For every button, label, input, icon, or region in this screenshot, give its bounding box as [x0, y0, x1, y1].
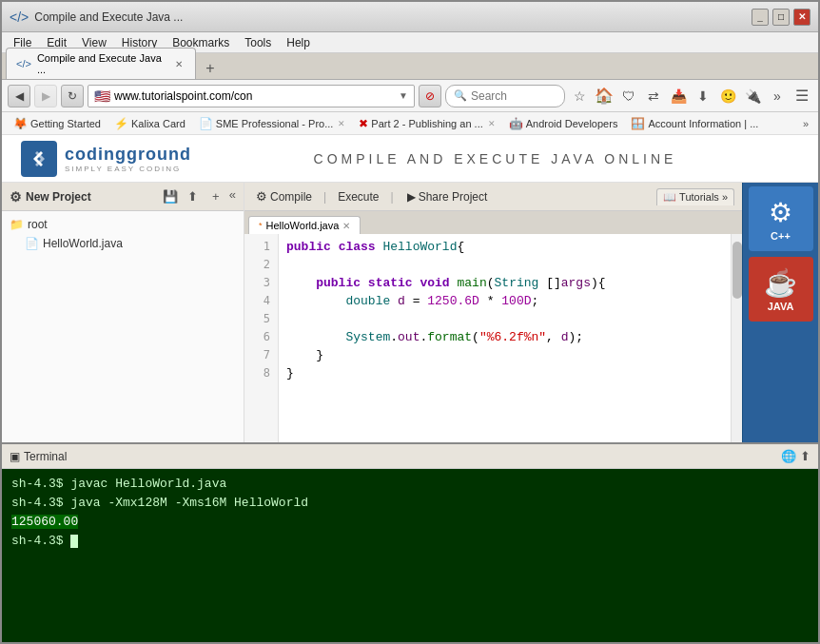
code-line-8: } [286, 364, 723, 382]
bookmarks-bar: 🦊 Getting Started ⚡ Kalixa Card 📄 SME Pr… [2, 112, 818, 135]
url-input[interactable] [114, 89, 399, 103]
terminal-expand-icon[interactable]: ⬆ [800, 449, 810, 463]
kalixa-icon: ⚡ [114, 117, 128, 130]
tutorials-book-icon: 📖 [663, 191, 676, 204]
smiley-icon[interactable]: 🙂 [717, 86, 738, 107]
sync-icon[interactable]: ⇄ [643, 86, 664, 107]
bookmark-kalixa[interactable]: ⚡ Kalixa Card [108, 115, 191, 132]
bookmarks-more-icon[interactable]: » [799, 116, 812, 131]
tree-item-file[interactable]: 📄 HelloWorld.java [21, 234, 240, 253]
line-num-4: 4 [252, 292, 270, 310]
bookmark-close-icon2[interactable]: ✕ [488, 119, 496, 128]
menu-help[interactable]: Help [279, 34, 318, 51]
search-input[interactable] [471, 89, 556, 103]
close-button[interactable]: ✕ [793, 9, 810, 26]
editor-tab-label: HelloWorld.java [266, 220, 340, 231]
bookmark-part2[interactable]: ✖ Part 2 - Publishing an ... ✕ [353, 115, 500, 132]
terminal-content[interactable]: sh-4.3$ javac HelloWorld.java sh-4.3$ ja… [2, 469, 818, 642]
terminal-output: 125060.00 [11, 515, 78, 529]
file-tree-content: 📁 root 📄 HelloWorld.java [2, 211, 244, 442]
maximize-button[interactable]: □ [772, 9, 790, 26]
file-tree-panel: ⚙ New Project 💾 ⬆ + « 📁 root [2, 183, 244, 442]
home-icon[interactable]: 🏠 [594, 86, 615, 107]
tab-bar: </> Compile and Execute Java ... ✕ + [2, 53, 818, 80]
collapse-icon[interactable]: « [229, 187, 236, 206]
execute-button[interactable]: Execute [334, 188, 382, 205]
file-tree-toolbar: ⚙ New Project 💾 ⬆ + « [2, 183, 244, 211]
editor-tab-helloworld[interactable]: * HelloWorld.java ✕ [248, 216, 361, 234]
tutorials-panel: ⚙ C++ ☕ JAVA [742, 183, 818, 442]
download-icon[interactable]: ⬇ [693, 86, 713, 107]
title-bar-text: Compile and Execute Java ... [34, 10, 752, 24]
minimize-button[interactable]: _ [752, 9, 769, 26]
title-bar-controls: _ □ ✕ [752, 9, 810, 26]
bookmark-getting-started[interactable]: 🦊 Getting Started [8, 115, 107, 132]
new-project-button[interactable]: ⚙ New Project [10, 189, 91, 205]
upload-icon[interactable]: ⬆ [184, 187, 203, 206]
menu-tools[interactable]: Tools [237, 34, 279, 51]
bookmark-star-icon[interactable]: ☆ [569, 86, 590, 107]
code-editor: 1 2 3 4 5 6 7 8 public class HelloWorld{… [244, 234, 742, 442]
extension-icon[interactable]: 🔌 [742, 86, 763, 107]
bookmark-android[interactable]: 🤖 Android Developers [503, 115, 624, 132]
line-num-5: 5 [252, 310, 270, 328]
more-nav-icon[interactable]: » [767, 86, 788, 107]
code-line-4: double d = 1250.6D * 100D; [286, 292, 723, 310]
terminal-section: ▣ Terminal 🌐 ⬆ sh-4.3$ javac HelloWorld.… [2, 442, 818, 642]
share-project-button[interactable]: ▶ Share Project [401, 188, 494, 205]
stop-button[interactable]: ⊘ [419, 85, 441, 107]
bookmark-label: Part 2 - Publishing an ... [371, 118, 482, 129]
terminal-toolbar-right: 🌐 ⬆ [781, 449, 810, 463]
code-content[interactable]: public class HelloWorld{ public static v… [279, 234, 731, 442]
terminal-line-2: sh-4.3$ java -Xmx128M -Xms16M HelloWorld [11, 494, 809, 513]
refresh-button[interactable]: ↻ [61, 85, 84, 107]
forward-button[interactable]: ▶ [34, 85, 57, 107]
line-num-1: 1 [252, 238, 270, 256]
scrollbar-thumb[interactable] [732, 242, 742, 299]
search-icon: 🔍 [454, 89, 467, 102]
java-icon: ☕ [764, 267, 797, 299]
separator1: | [323, 190, 326, 204]
execute-label: Execute [338, 190, 379, 204]
tree-item-root[interactable]: 📁 root [6, 215, 240, 234]
code-line-6: System.out.format("%6.2f%n", d); [286, 328, 723, 346]
save-icon[interactable]: 💾 [161, 187, 180, 206]
compile-icon: ⚙ [256, 189, 267, 204]
bookmark-sme[interactable]: 📄 SME Professional - Pro... ✕ [193, 115, 352, 132]
bookmark-account[interactable]: 🪟 Account Information | ... [625, 115, 764, 132]
java-label: JAVA [768, 301, 794, 312]
cg-logo-text: codingground SIMPLY EASY CODING [65, 145, 191, 173]
compile-button[interactable]: ⚙ Compile [252, 187, 316, 205]
shield-icon[interactable]: 🛡 [618, 86, 639, 107]
tutorials-label: Tutorials [679, 191, 719, 203]
tutorial-java-card[interactable]: ☕ JAVA [749, 257, 813, 322]
separator2: | [391, 190, 394, 204]
new-tab-button[interactable]: + [200, 58, 221, 79]
add-file-icon[interactable]: + [206, 187, 225, 206]
editor-tab-close-icon[interactable]: ✕ [342, 221, 350, 231]
close-circle-icon: ✖ [359, 117, 368, 130]
cpp-icon: ⚙ [769, 197, 792, 228]
url-bar-container: 🇺🇸 ▼ [88, 85, 415, 107]
browser-tab-active[interactable]: </> Compile and Execute Java ... ✕ [6, 48, 196, 79]
cg-logo: codingground SIMPLY EASY CODING [21, 141, 191, 177]
cg-title: COMPILE AND EXECUTE JAVA ONLINE [191, 151, 799, 166]
terminal-toolbar: ▣ Terminal 🌐 ⬆ [2, 444, 818, 469]
back-button[interactable]: ◀ [8, 85, 30, 107]
page-icon: 📄 [199, 117, 213, 130]
url-dropdown-icon[interactable]: ▼ [399, 90, 408, 101]
hamburger-menu-icon[interactable]: ☰ [791, 87, 812, 105]
bookmark-label: Account Information | ... [648, 118, 758, 129]
compile-label: Compile [270, 190, 312, 204]
bookmark-close-icon[interactable]: ✕ [338, 119, 345, 128]
tutorials-button[interactable]: 📖 Tutorials » [656, 188, 734, 205]
editor-panel: ⚙ Compile | Execute | ▶ Share Project 📖 … [244, 183, 742, 442]
tab-close-icon[interactable]: ✕ [173, 57, 185, 70]
pocket-icon[interactable]: 📥 [668, 86, 689, 107]
terminal-globe-icon[interactable]: 🌐 [781, 449, 796, 463]
tutorial-cpp-card[interactable]: ⚙ C++ [749, 186, 813, 251]
ide-area: ⚙ New Project 💾 ⬆ + « 📁 root [2, 183, 818, 442]
cg-logo-icon [21, 141, 57, 177]
editor-scrollbar[interactable] [731, 234, 742, 442]
file-tree-toolbar-right: 💾 ⬆ + « [161, 187, 236, 206]
